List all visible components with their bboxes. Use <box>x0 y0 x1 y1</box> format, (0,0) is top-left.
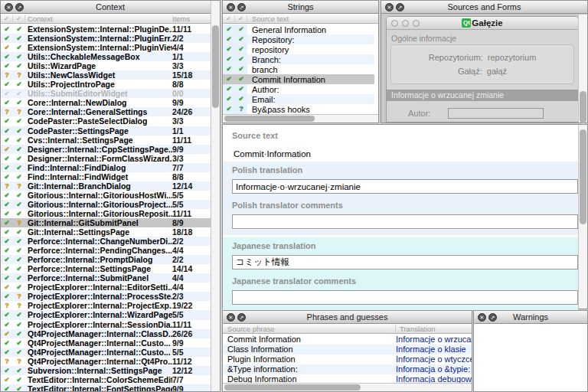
translation-status-icon: ? <box>13 182 25 190</box>
translation-status-icon: ? <box>13 302 25 309</box>
context-row[interactable]: ✔✔Find::Internal::FindDialog7/7 <box>1 163 211 172</box>
translation-status-icon: ✔ <box>13 228 25 236</box>
polish-translation-input[interactable] <box>232 179 578 194</box>
context-row[interactable]: ✔✔TextEditor::Internal::FontSettingsPage… <box>1 384 211 391</box>
translation-status-icon: ✔ <box>13 256 25 263</box>
translation-column-header[interactable]: Translation <box>396 325 472 333</box>
phrase-row[interactable]: &Type information:Informacja o &typie: <box>223 364 472 374</box>
context-row[interactable]: ✔✔ProjectExplorer::Internal::WizardPage5… <box>1 310 211 319</box>
context-row[interactable]: ✔✔ExtensionSystem::Internal::PluginErr..… <box>1 34 211 43</box>
branch-line: Gałąź: gałąź <box>391 67 573 76</box>
context-row[interactable]: ✔✔Utils::CheckableMessageBox1/1 <box>1 52 211 61</box>
scrollbar-thumb[interactable] <box>212 25 219 108</box>
string-row[interactable]: ✔✔repository <box>223 44 374 54</box>
translation-status-icon: ✔ <box>235 24 247 34</box>
context-vertical-scrollbar[interactable] <box>211 1 220 391</box>
context-row[interactable]: ??Qt4ProjectManager::Internal::Qt4Pro..1… <box>1 357 211 366</box>
string-row[interactable]: ✔✔Author: <box>223 84 374 94</box>
context-row[interactable]: ??Git::Internal::BranchDialog12/14 <box>1 181 211 191</box>
context-list-header[interactable]: ✔ ✔ Context Items <box>1 14 220 24</box>
sources-vertical-scrollbar[interactable] <box>578 15 587 122</box>
context-row[interactable]: ✔✔ExtensionSystem::Internal::PluginDe..1… <box>1 24 211 34</box>
context-row[interactable]: ✔✔Designer::Internal::FormClassWizard..3… <box>1 154 211 163</box>
context-row[interactable]: ✔✔Gitorious::Internal::GitoriousProject.… <box>1 200 211 209</box>
context-row[interactable]: ✔✔Perforce::Internal::SubmitPanel4/4 <box>1 273 211 283</box>
phrase-row[interactable]: Class InformationInformacje o klasie <box>223 345 472 354</box>
context-row[interactable]: ✔✔Gitorious::Internal::GitoriousReposit.… <box>1 209 211 218</box>
items-count: 12/12 <box>172 366 211 375</box>
context-name: Git::Internal::GitSubmitPanel <box>25 218 172 227</box>
context-row[interactable]: ✔✔TextEditor::Internal::ColorSchemeEdit7… <box>1 375 211 384</box>
translation-status-icon: ✔ <box>13 191 25 199</box>
string-row[interactable]: ✔✔branch <box>223 64 374 74</box>
context-row[interactable]: ✔?ProjectExplorer::Internal::ProcessSte.… <box>1 292 211 301</box>
context-status-icon: ✔ <box>1 173 13 181</box>
string-row[interactable]: ✔✔Commit Information <box>223 74 374 84</box>
context-name: TextEditor::Internal::ColorSchemeEdit <box>25 375 172 384</box>
context-row[interactable]: ✔✔Gitorious::Internal::GitoriousHostWi..… <box>1 191 211 200</box>
source-phrase-column-header[interactable]: Source phrase <box>227 325 396 333</box>
context-row[interactable]: ✔✔Qt4ProjectManager::Internal::ClassD..2… <box>1 329 211 338</box>
context-row[interactable]: ✔✔ProjectExplorer::Internal::EditorSetti… <box>1 283 211 292</box>
context-row[interactable]: ✔✔Qt4ProjectManager::Internal::Custo...9… <box>1 338 211 348</box>
context-row[interactable]: ✔✔Utils::ProjectIntroPage8/8 <box>1 80 211 89</box>
scrollbar-thumb[interactable] <box>580 91 586 123</box>
context-row[interactable]: ✔✔Perforce::Internal::SettingsPage14/14 <box>1 264 211 273</box>
context-row[interactable]: ✔?Git::Internal::GitSubmitPanel8/9 <box>1 218 211 227</box>
context-row[interactable]: ✔✔ExtensionSystem::Internal::PluginView4… <box>1 43 211 52</box>
translation-status-icon: ✔ <box>235 54 247 64</box>
strings-horizontal-scrollbar[interactable] <box>223 114 378 122</box>
context-row[interactable]: ✔✔ProjectExplorer::Internal::SessionDia.… <box>1 320 211 329</box>
context-row[interactable]: ✔✔Perforce::Internal::PromptDialog2/2 <box>1 255 211 264</box>
context-row[interactable]: ✔✔Core::Internal::NewDialog9/9 <box>1 98 211 107</box>
source-text-column-header[interactable]: Source text <box>247 15 378 23</box>
phrase-row[interactable]: Commit InformationInformacje o wrzucan <box>223 335 472 345</box>
context-row[interactable]: ✔✔Find::Internal::FindWidget8/8 <box>1 172 211 181</box>
context-row[interactable]: ✔✔Perforce::Internal::PendingChanges...4… <box>1 246 211 255</box>
context-row[interactable]: ✔✔Utils::SubmitEditorWidget0/0 <box>1 89 211 98</box>
phrase-row[interactable]: Debug InformationInformacja debugow <box>223 374 472 383</box>
author-label: Autor: <box>408 109 448 118</box>
context-row[interactable]: ??Utils::NewClassWidget15/18 <box>1 70 211 80</box>
context-column-header[interactable]: Context <box>25 15 172 23</box>
phrases-horizontal-scrollbar[interactable] <box>223 383 472 391</box>
context-row[interactable]: ✔✔Git::Internal::SettingsPage18/18 <box>1 227 211 237</box>
context-row[interactable]: ✔✔Qt4ProjectManager::Internal::Custo...5… <box>1 348 211 357</box>
string-row[interactable]: ✔✔Branch: <box>223 54 374 64</box>
context-status-icon: ✔ <box>1 247 13 254</box>
context-status-icon: ✔ <box>1 330 13 338</box>
context-row[interactable]: ✔✔Perforce::Internal::ChangeNumberDi..2/… <box>1 237 211 246</box>
scrollbar-thumb[interactable] <box>580 129 586 224</box>
context-row[interactable]: ✔✔Designer::Internal::CppSettingsPage...… <box>1 145 211 154</box>
context-row[interactable]: ??ProjectExplorer::Internal::ProjectExp.… <box>1 301 211 310</box>
author-form-row: Autor: <box>408 108 578 119</box>
context-row[interactable]: ✔✔Subversion::Internal::SettingsPage12/1… <box>1 366 211 375</box>
items-count: 7/7 <box>172 375 211 384</box>
phrase-row[interactable]: Plugin InformationInformacje o wtyczce <box>223 354 472 364</box>
japanese-translation-input[interactable] <box>232 255 578 270</box>
context-name: Utils::SubmitEditorWidget <box>25 89 172 98</box>
string-row[interactable]: ✔?By&pass hooks <box>223 104 374 114</box>
author-field-preview <box>448 108 544 119</box>
string-row[interactable]: ✔✔Repository: <box>223 34 374 44</box>
context-row[interactable]: ✔✔CodePaster::SettingsPage1/1 <box>1 126 211 136</box>
string-row[interactable]: ✔✔General Information <box>223 24 374 34</box>
scrollbar-thumb[interactable] <box>224 116 315 122</box>
scrollbar-thumb[interactable] <box>224 384 361 390</box>
context-row[interactable]: ✔✔Utils::WizardPage3/3 <box>1 61 211 70</box>
context-row[interactable]: ✔✔Cvs::Internal::SettingsPage11/11 <box>1 136 211 145</box>
context-status-icon: ✔ <box>1 164 13 172</box>
polish-comments-input[interactable] <box>232 214 578 229</box>
japanese-comments-input[interactable] <box>232 290 578 305</box>
phrases-list-header[interactable]: Source phrase Translation <box>223 324 472 334</box>
editor-vertical-scrollbar[interactable] <box>578 125 587 309</box>
translation-status-icon: ✔ <box>13 164 25 172</box>
source-phrase: Class Information <box>223 345 396 354</box>
items-count: 9/9 <box>172 98 211 107</box>
strings-list-header[interactable]: ✔ ✔ Source text <box>223 14 378 24</box>
context-row[interactable]: ✔✔CodePaster::PasteSelectDialog3/3 <box>1 116 211 126</box>
string-row[interactable]: ✔✔Email: <box>223 94 374 104</box>
context-row[interactable]: ??Core::Internal::GeneralSettings24/26 <box>1 107 211 116</box>
context-name: ExtensionSystem::Internal::PluginErr.. <box>25 34 172 43</box>
items-column-header[interactable]: Items <box>172 15 211 23</box>
